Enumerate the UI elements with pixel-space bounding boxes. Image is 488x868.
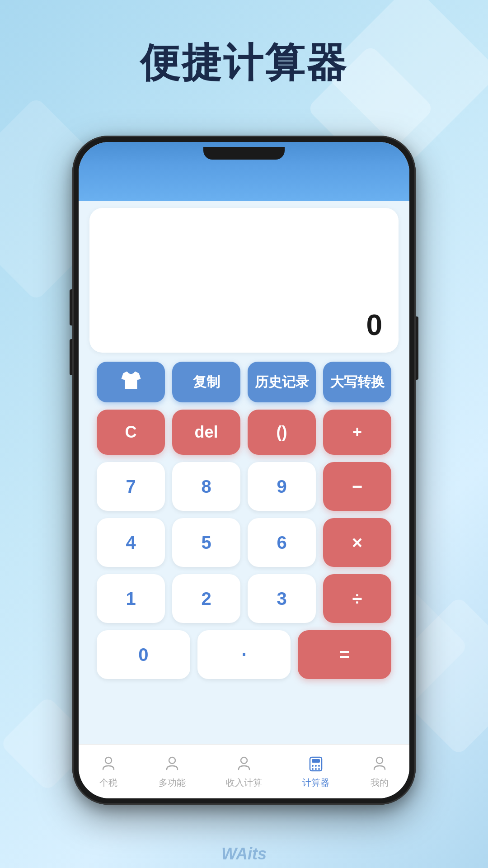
btn-4[interactable]: 4 — [97, 518, 165, 567]
svg-point-6 — [315, 765, 317, 767]
waits-text: WAits — [221, 844, 267, 863]
phone-screen: 0 — [79, 142, 409, 798]
label-0: 0 — [138, 645, 148, 665]
btn-6[interactable]: 6 — [248, 518, 316, 567]
clear-label: C — [125, 423, 137, 442]
page-title: 便捷计算器 — [0, 36, 488, 90]
btn-dot[interactable]: · — [197, 630, 291, 679]
btn-9[interactable]: 9 — [248, 462, 316, 511]
btn-8[interactable]: 8 — [172, 462, 240, 511]
nav-label-mine: 我的 — [371, 777, 389, 789]
btn-2[interactable]: 2 — [172, 574, 240, 623]
calc-body: 0 — [79, 201, 409, 679]
btn-7[interactable]: 7 — [97, 462, 165, 511]
tax-icon — [99, 754, 118, 774]
plus-label: + — [352, 423, 362, 442]
label-4: 4 — [126, 533, 136, 553]
num-rows: 7 8 9 − — [97, 462, 391, 679]
btn-3[interactable]: 3 — [248, 574, 316, 623]
nav-item-multi[interactable]: 多功能 — [159, 754, 186, 789]
label-6: 6 — [277, 533, 286, 553]
page-title-area: 便捷计算器 — [0, 36, 488, 90]
delete-button[interactable]: del — [172, 410, 240, 455]
label-minus: − — [352, 476, 362, 497]
func-row: 复制 历史记录 大写转换 — [97, 362, 391, 402]
btn-5[interactable]: 5 — [172, 518, 240, 567]
svg-point-8 — [312, 768, 314, 770]
btn-divide[interactable]: ÷ — [323, 574, 391, 623]
waits-watermark-area: WAits — [176, 844, 312, 868]
income-icon — [234, 754, 254, 774]
svg-point-5 — [312, 765, 314, 767]
nav-label-multi: 多功能 — [159, 777, 186, 789]
display-value: 0 — [366, 308, 382, 342]
brackets-button[interactable]: () — [248, 410, 316, 455]
nav-item-income[interactable]: 收入计算 — [226, 754, 262, 789]
svg-point-0 — [105, 757, 112, 764]
svg-rect-4 — [312, 759, 320, 763]
phone-mockup: 0 — [72, 136, 416, 805]
op-row: C del () + — [97, 410, 391, 455]
shirt-icon — [120, 369, 142, 396]
bottom-nav: 个税 多功能 — [79, 744, 409, 798]
btn-0[interactable]: 0 — [97, 630, 190, 679]
nav-label-income: 收入计算 — [226, 777, 262, 789]
num-row-123: 1 2 3 ÷ — [97, 574, 391, 623]
delete-label: del — [194, 423, 218, 442]
btn-multiply[interactable]: × — [323, 518, 391, 567]
copy-button[interactable]: 复制 — [172, 362, 240, 402]
clear-button[interactable]: C — [97, 410, 165, 455]
plus-button[interactable]: + — [323, 410, 391, 455]
buttons-area: 复制 历史记录 大写转换 C — [89, 362, 399, 679]
uppercase-label: 大写转换 — [330, 373, 385, 392]
app-header — [79, 165, 409, 201]
label-divide: ÷ — [352, 589, 362, 609]
svg-point-1 — [169, 757, 175, 764]
label-equals: = — [339, 645, 350, 665]
history-label: 历史记录 — [255, 373, 309, 392]
nav-item-tax[interactable]: 个税 — [99, 754, 118, 789]
label-1: 1 — [126, 589, 136, 609]
svg-point-2 — [241, 757, 247, 764]
mine-icon — [370, 754, 389, 774]
uppercase-button[interactable]: 大写转换 — [323, 362, 391, 402]
notch — [203, 147, 285, 160]
btn-minus[interactable]: − — [323, 462, 391, 511]
label-dot: · — [241, 645, 246, 665]
label-multiply: × — [352, 533, 362, 553]
svg-point-10 — [318, 768, 320, 770]
svg-point-11 — [376, 757, 383, 764]
history-button[interactable]: 历史记录 — [248, 362, 316, 402]
nav-label-calculator: 计算器 — [302, 777, 329, 789]
calculator-icon — [306, 754, 326, 774]
brackets-label: () — [277, 423, 287, 442]
label-3: 3 — [277, 589, 286, 609]
label-2: 2 — [201, 589, 211, 609]
svg-point-7 — [318, 765, 320, 767]
label-9: 9 — [277, 476, 286, 497]
shirt-button[interactable] — [97, 362, 165, 402]
btn-equals[interactable]: = — [298, 630, 391, 679]
svg-point-9 — [315, 768, 317, 770]
display-area: 0 — [89, 208, 399, 353]
num-row-789: 7 8 9 − — [97, 462, 391, 511]
label-8: 8 — [201, 476, 211, 497]
num-row-456: 4 5 6 × — [97, 518, 391, 567]
copy-label: 复制 — [193, 373, 220, 392]
label-5: 5 — [201, 533, 211, 553]
phone-shell: 0 — [72, 136, 416, 805]
multi-icon — [162, 754, 182, 774]
label-7: 7 — [126, 476, 136, 497]
nav-item-calculator[interactable]: 计算器 — [302, 754, 329, 789]
status-bar — [79, 142, 409, 165]
nav-item-mine[interactable]: 我的 — [370, 754, 389, 789]
nav-label-tax: 个税 — [99, 777, 117, 789]
btn-1[interactable]: 1 — [97, 574, 165, 623]
num-row-0: 0 · = — [97, 630, 391, 679]
